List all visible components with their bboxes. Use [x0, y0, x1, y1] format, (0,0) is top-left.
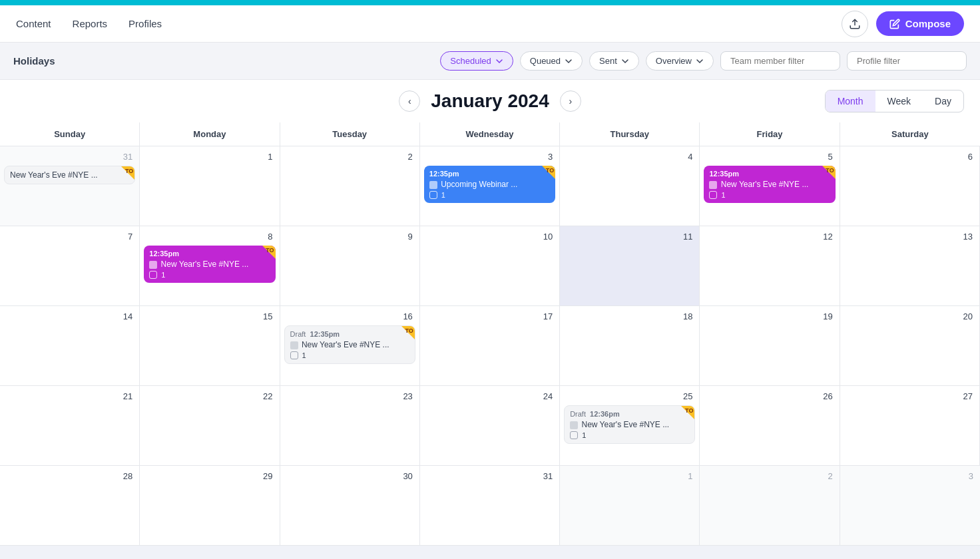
date-number: 1	[144, 150, 275, 163]
calendar-cell-jan30[interactable]: 30	[280, 466, 420, 546]
prev-month-button[interactable]: ‹	[399, 91, 420, 112]
date-number: 1	[564, 470, 695, 482]
calendar-cell-jan28[interactable]: 28	[0, 466, 140, 546]
calendar-cell-feb1[interactable]: 1	[560, 466, 700, 546]
calendar-cell-dec31[interactable]: 31 TO New Year's Eve #NYE ...	[0, 146, 140, 226]
top-nav: Content Reports Profiles Compose	[0, 5, 980, 43]
calendar-title: January 2024	[431, 91, 549, 112]
draft-label: Draft	[290, 330, 306, 338]
compose-button[interactable]: Compose	[876, 11, 964, 36]
date-number: 23	[284, 390, 415, 403]
date-number: 21	[4, 390, 135, 403]
calendar-cell-jan6[interactable]: 6	[840, 146, 980, 226]
calendar-cell-jan7[interactable]: 7	[0, 226, 140, 306]
calendar-cell-jan23[interactable]: 23	[280, 386, 420, 466]
calendar-cell-jan15[interactable]: 15	[140, 306, 280, 386]
event-count: 1	[721, 191, 725, 199]
date-number: 31	[424, 470, 555, 482]
calendar-cell-jan31[interactable]: 31	[420, 466, 560, 546]
filter-overview[interactable]: Overview	[646, 51, 714, 71]
event-jan8-nye[interactable]: TO 12:35pm New Year's Eve #NYE ... 1	[144, 246, 275, 283]
filter-sent[interactable]: Sent	[589, 51, 639, 71]
day-header-thursday: Thursday	[560, 122, 700, 146]
calendar-cell-feb2[interactable]: 2	[700, 466, 840, 546]
filter-overview-label: Overview	[656, 56, 692, 66]
date-number: 14	[4, 310, 135, 323]
nav-links: Content Reports Profiles	[16, 15, 162, 32]
nav-reports[interactable]: Reports	[73, 15, 108, 32]
calendar-cell-jan5[interactable]: 5 TO 12:35pm New Year's Eve #NYE ... 1	[700, 146, 840, 226]
calendar-header: ‹ January 2024 › Month Week Day	[0, 80, 980, 122]
calendar-cell-jan9[interactable]: 9	[280, 226, 420, 306]
event-title: Upcoming Webinar ...	[429, 180, 550, 189]
calendar-cell-feb3[interactable]: 3	[840, 466, 980, 546]
event-jan3-webinar[interactable]: TO 12:35pm Upcoming Webinar ... 1	[424, 166, 555, 203]
nav-profiles[interactable]: Profiles	[128, 15, 162, 32]
event-jan16-draft[interactable]: TO Draft 12:35pm New Year's Eve #NYE ...…	[284, 325, 415, 364]
event-meta: 1	[570, 431, 689, 439]
event-meta: 1	[290, 351, 409, 359]
chevron-down-icon	[495, 57, 503, 65]
calendar-cell-jan12[interactable]: 12	[700, 226, 840, 306]
event-title: New Year's Eve #NYE ...	[570, 420, 689, 429]
date-number: 3	[844, 470, 976, 482]
event-jan5-nye[interactable]: TO 12:35pm New Year's Eve #NYE ... 1	[704, 166, 835, 203]
calendar-cell-jan20[interactable]: 20	[840, 306, 980, 386]
date-number: 27	[844, 390, 975, 403]
event-count: 1	[582, 431, 586, 439]
calendar-cell-jan11[interactable]: 11	[560, 226, 700, 306]
instagram-icon	[570, 431, 578, 439]
calendar-cell-jan21[interactable]: 21	[0, 386, 140, 466]
calendar-cell-jan16[interactable]: 16 TO Draft 12:35pm New Year's Eve #NYE …	[280, 306, 420, 386]
calendar-navigation: ‹ January 2024 ›	[399, 91, 581, 112]
instagram-icon	[290, 351, 298, 359]
view-day-button[interactable]: Day	[923, 91, 963, 112]
profile-filter[interactable]	[847, 51, 967, 71]
filter-sent-label: Sent	[599, 56, 617, 66]
to-badge-text: TO	[685, 407, 693, 414]
date-number: 28	[4, 470, 135, 482]
day-header-wednesday: Wednesday	[420, 122, 560, 146]
calendar-cell-jan2[interactable]: 2	[280, 146, 420, 226]
date-number: 18	[564, 310, 695, 323]
calendar-cell-jan27[interactable]: 27	[840, 386, 980, 466]
event-time: 12:35pm	[149, 250, 270, 258]
day-header-tuesday: Tuesday	[280, 122, 420, 146]
calendar-cell-jan26[interactable]: 26	[700, 386, 840, 466]
event-title: New Year's Eve #NYE ...	[149, 260, 270, 269]
calendar-cell-jan13[interactable]: 13	[840, 226, 980, 306]
team-member-filter[interactable]	[720, 51, 840, 71]
date-number: 9	[284, 230, 415, 243]
calendar-cell-jan1[interactable]: 1	[140, 146, 280, 226]
calendar-cell-jan4[interactable]: 4	[560, 146, 700, 226]
instagram-icon	[149, 271, 157, 279]
event-dec31[interactable]: TO New Year's Eve #NYE ...	[4, 166, 135, 184]
to-badge-text: TO	[546, 167, 554, 174]
calendar-cell-jan3[interactable]: 3 TO 12:35pm Upcoming Webinar ... 1	[420, 146, 560, 226]
calendar-cell-jan19[interactable]: 19	[700, 306, 840, 386]
calendar-cell-jan10[interactable]: 10	[420, 226, 560, 306]
date-number: 24	[424, 390, 555, 403]
calendar-cell-jan14[interactable]: 14	[0, 306, 140, 386]
top-bar-actions: Compose	[842, 11, 964, 37]
upload-icon	[849, 18, 861, 30]
next-month-button[interactable]: ›	[560, 91, 581, 112]
view-week-button[interactable]: Week	[875, 91, 923, 112]
filter-scheduled[interactable]: Scheduled	[440, 51, 513, 71]
date-number: 7	[4, 230, 135, 243]
event-meta: 1	[709, 191, 830, 199]
view-switcher: Month Week Day	[825, 90, 964, 112]
view-month-button[interactable]: Month	[826, 91, 875, 112]
calendar-cell-jan25[interactable]: 25 TO Draft 12:36pm New Year's Eve #NYE …	[560, 386, 700, 466]
calendar-cell-jan17[interactable]: 17	[420, 306, 560, 386]
calendar-cell-jan24[interactable]: 24	[420, 386, 560, 466]
date-number: 29	[144, 470, 275, 482]
calendar-cell-jan18[interactable]: 18	[560, 306, 700, 386]
calendar-cell-jan22[interactable]: 22	[140, 386, 280, 466]
event-jan25-draft[interactable]: TO Draft 12:36pm New Year's Eve #NYE ...…	[564, 405, 695, 444]
calendar-cell-jan8[interactable]: 8 TO 12:35pm New Year's Eve #NYE ... 1	[140, 226, 280, 306]
filter-queued[interactable]: Queued	[520, 51, 583, 71]
upload-button[interactable]	[842, 11, 868, 37]
nav-content[interactable]: Content	[16, 15, 51, 32]
calendar-cell-jan29[interactable]: 29	[140, 466, 280, 546]
